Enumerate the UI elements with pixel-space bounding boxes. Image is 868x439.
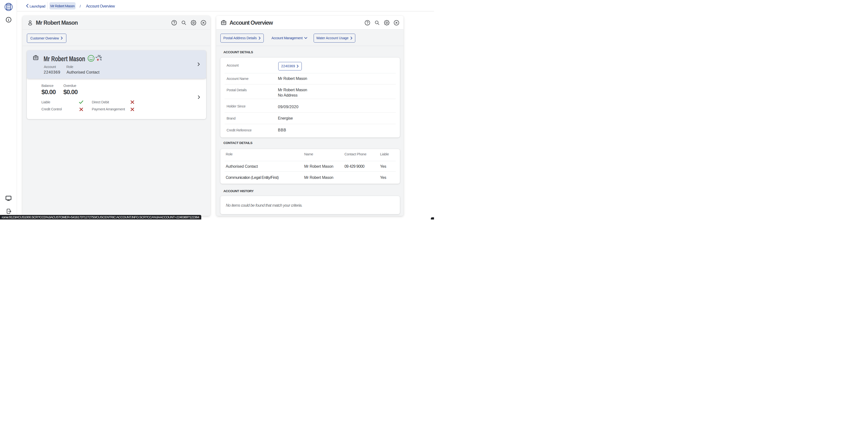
svg-text:i: i xyxy=(8,18,9,22)
svg-text:e: e xyxy=(97,58,99,62)
